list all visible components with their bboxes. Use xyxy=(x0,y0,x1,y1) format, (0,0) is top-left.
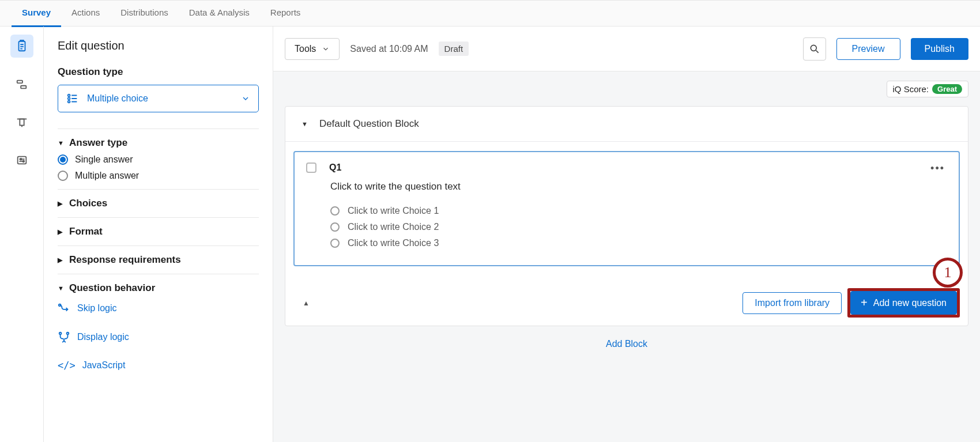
iq-score-value: Great xyxy=(932,84,962,94)
svg-point-11 xyxy=(59,333,62,335)
choice-row[interactable]: Click to write Choice 3 xyxy=(330,235,940,251)
rail-options-icon[interactable] xyxy=(10,149,33,172)
display-logic-button[interactable]: Display logic xyxy=(58,323,259,352)
svg-point-8 xyxy=(68,97,70,100)
caret-right-icon: ▶ xyxy=(58,200,65,207)
caret-down-icon: ▼ xyxy=(58,139,65,146)
chevron-down-icon xyxy=(241,94,250,103)
behavior-toggle[interactable]: ▼Question behavior xyxy=(58,282,259,294)
answer-multiple-radio[interactable]: Multiple answer xyxy=(58,165,259,181)
tab-actions[interactable]: Actions xyxy=(61,1,110,27)
search-icon xyxy=(809,43,820,55)
format-section: ▶Format xyxy=(58,217,259,245)
svg-point-9 xyxy=(68,101,70,103)
radio-icon xyxy=(330,222,340,232)
rail-look-icon[interactable] xyxy=(10,111,33,134)
question-number: Q1 xyxy=(329,163,341,173)
search-button[interactable] xyxy=(803,37,826,61)
draft-chip: Draft xyxy=(439,41,469,56)
svg-rect-2 xyxy=(21,86,26,89)
add-block-button[interactable]: Add Block xyxy=(606,339,647,349)
annotation-highlight: 1 + Add new question xyxy=(847,288,960,318)
svg-point-13 xyxy=(811,45,816,51)
choice-row[interactable]: Click to write Choice 1 xyxy=(330,203,940,219)
canvas-toolbar: Tools Saved at 10:09 AM Draft Preview Pu… xyxy=(273,27,980,71)
svg-point-7 xyxy=(68,95,70,97)
tab-reports[interactable]: Reports xyxy=(260,1,311,27)
svg-rect-1 xyxy=(17,81,22,84)
question-block: ▼ Default Question Block ••• Q1 Click to… xyxy=(285,106,968,326)
answer-type-toggle[interactable]: ▼Answer type xyxy=(58,137,259,149)
caret-right-icon: ▶ xyxy=(58,228,65,236)
rail-flow-icon[interactable] xyxy=(10,73,33,96)
question-card[interactable]: ••• Q1 Click to write the question text … xyxy=(293,151,960,266)
display-logic-icon xyxy=(58,331,70,343)
caret-down-icon: ▼ xyxy=(58,285,65,292)
response-req-toggle[interactable]: ▶Response requirements xyxy=(58,254,259,266)
answer-single-radio[interactable]: Single answer xyxy=(58,149,259,165)
code-icon: </> xyxy=(58,360,76,371)
collapse-up-icon[interactable]: ▲ xyxy=(293,299,310,307)
choices-section: ▶Choices xyxy=(58,189,259,217)
question-type-value: Multiple choice xyxy=(87,93,148,104)
add-block-row: Add Block xyxy=(285,326,968,362)
format-toggle[interactable]: ▶Format xyxy=(58,226,259,237)
saved-status: Saved at 10:09 AM xyxy=(350,44,428,54)
behavior-section: ▼Question behavior Skip logic Display lo… xyxy=(58,274,259,387)
rail-builder-icon[interactable] xyxy=(10,35,33,58)
svg-rect-3 xyxy=(20,119,24,126)
question-text[interactable]: Click to write the question text xyxy=(330,181,940,192)
tab-survey[interactable]: Survey xyxy=(12,1,61,27)
choices-toggle[interactable]: ▶Choices xyxy=(58,198,259,209)
choice-row[interactable]: Click to write Choice 2 xyxy=(330,219,940,235)
top-navigation: Survey Actions Distributions Data & Anal… xyxy=(0,0,980,27)
svg-point-12 xyxy=(67,333,69,335)
question-type-selector[interactable]: Multiple choice xyxy=(58,85,259,112)
tab-data-analysis[interactable]: Data & Analysis xyxy=(179,1,260,27)
plus-icon: + xyxy=(861,296,868,309)
import-from-library-button[interactable]: Import from library xyxy=(742,292,842,314)
main-canvas: Tools Saved at 10:09 AM Draft Preview Pu… xyxy=(273,27,980,442)
block-footer: ▲ Import from library 1 + Add new questi… xyxy=(285,280,968,326)
tools-dropdown[interactable]: Tools xyxy=(285,38,340,60)
list-icon xyxy=(66,92,79,105)
response-req-section: ▶Response requirements xyxy=(58,245,259,274)
panel-title: Edit question xyxy=(58,39,259,52)
question-menu-icon[interactable]: ••• xyxy=(930,163,945,175)
block-header[interactable]: ▼ Default Question Block xyxy=(285,107,968,142)
iq-score-badge[interactable]: iQ Score: Great xyxy=(887,81,969,97)
preview-button[interactable]: Preview xyxy=(836,38,900,60)
caret-right-icon: ▶ xyxy=(58,256,65,264)
skip-logic-icon xyxy=(58,302,70,315)
iq-score-strip: iQ Score: Great xyxy=(273,71,980,106)
chevron-down-icon xyxy=(322,45,330,53)
question-checkbox[interactable] xyxy=(306,163,316,173)
javascript-button[interactable]: </> JavaScript xyxy=(58,352,259,379)
skip-logic-button[interactable]: Skip logic xyxy=(58,294,259,323)
tab-distributions[interactable]: Distributions xyxy=(110,1,179,27)
icon-rail xyxy=(0,27,44,442)
annotation-number: 1 xyxy=(933,258,963,288)
add-new-question-button[interactable]: + Add new question xyxy=(850,291,957,315)
svg-rect-4 xyxy=(17,157,26,164)
question-type-label: Question type xyxy=(58,66,259,78)
edit-question-panel: Edit question Question type Multiple cho… xyxy=(44,27,273,442)
radio-icon xyxy=(330,239,340,248)
publish-button[interactable]: Publish xyxy=(911,38,968,60)
radio-icon xyxy=(330,206,340,216)
caret-down-icon: ▼ xyxy=(301,120,308,127)
answer-type-section: ▼Answer type Single answer Multiple answ… xyxy=(58,129,259,189)
